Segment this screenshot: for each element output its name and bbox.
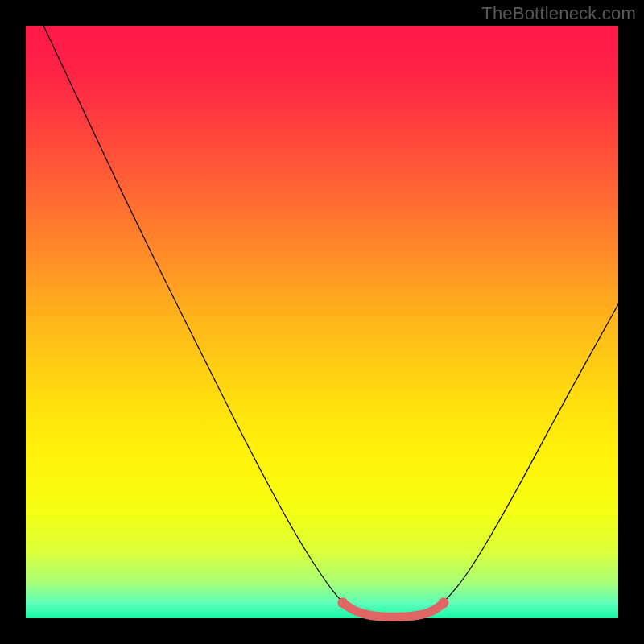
gradient-background: [26, 26, 618, 618]
sweet-spot-endpoint: [438, 597, 448, 608]
watermark-text: TheBottleneck.com: [481, 3, 636, 24]
bottleneck-chart: [0, 0, 644, 644]
sweet-spot-endpoint: [337, 597, 348, 608]
chart-frame: TheBottleneck.com: [0, 0, 644, 644]
